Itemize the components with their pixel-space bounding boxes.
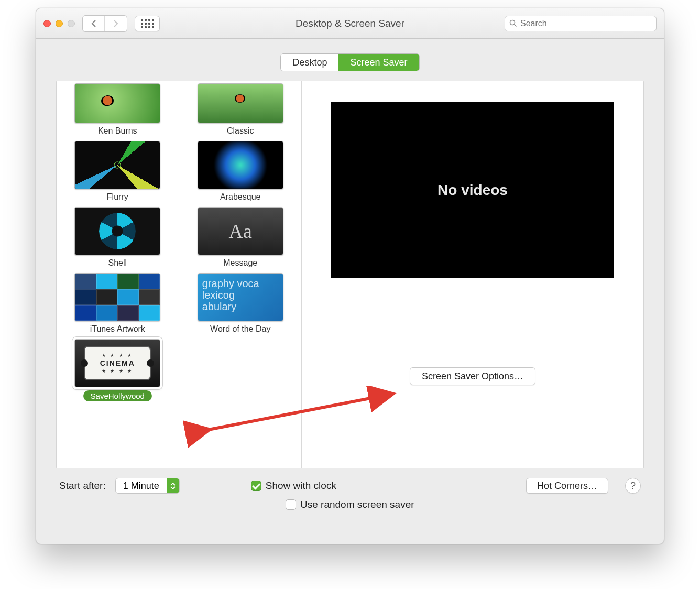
svg-point-0 (510, 20, 515, 25)
tab-desktop[interactable]: Desktop (281, 54, 338, 71)
close-icon[interactable] (43, 20, 51, 27)
screensaver-word-of-the-day[interactable]: graphy voca lexicog abulary Word of the … (187, 273, 294, 334)
screensaver-ken-burns[interactable]: Ken Burns (64, 83, 171, 136)
search-icon (509, 19, 517, 27)
screen-saver-options-button[interactable]: Screen Saver Options… (410, 367, 535, 385)
start-after-dropdown[interactable]: 1 Minute (115, 478, 180, 494)
bottom-controls: Start after: 1 Minute Show with clock Ho… (36, 478, 664, 510)
screensaver-label: iTunes Artwork (90, 324, 145, 334)
thumbnail: Aa (198, 207, 283, 255)
screensaver-label: Classic (227, 126, 254, 136)
screensaver-label: Arabesque (220, 192, 260, 202)
titlebar: Desktop & Screen Saver (36, 8, 664, 39)
start-after-value: 1 Minute (116, 481, 167, 492)
ticket-icon: ★ ★ ★ ★ CINEMA ★ ★ ★ ★ (84, 346, 151, 380)
screensaver-flurry[interactable]: Flurry (64, 141, 171, 202)
thumbnail (198, 141, 283, 189)
hot-corners-button[interactable]: Hot Corners… (526, 478, 608, 494)
checkbox-icon (286, 499, 296, 510)
screensaver-arabesque[interactable]: Arabesque (187, 141, 294, 202)
screensaver-label: SaveHollywood (83, 390, 152, 401)
thumbnail (74, 207, 160, 255)
thumbnail (74, 273, 160, 321)
thumbnail (74, 141, 160, 189)
thumbnail: graphy voca lexicog abulary (198, 273, 283, 321)
screensaver-label: Word of the Day (210, 324, 270, 334)
preview-message: No videos (438, 182, 508, 199)
tab-screen-saver[interactable]: Screen Saver (338, 54, 419, 71)
screensaver-label: Shell (108, 258, 127, 268)
search-input[interactable] (520, 19, 652, 28)
show-all-button[interactable] (135, 16, 160, 31)
help-button[interactable]: ? (625, 478, 641, 494)
screensaver-label: Flurry (107, 192, 128, 202)
forward-button[interactable] (105, 16, 127, 31)
content-panel: Ken Burns Classic Flurry Arabesque (56, 81, 644, 468)
thumbnail: ★ ★ ★ ★ CINEMA ★ ★ ★ ★ (74, 339, 160, 387)
preview-pane: No videos Screen Saver Options… (302, 81, 643, 468)
maximize-icon (68, 20, 75, 27)
screensaver-message[interactable]: Aa Message (187, 207, 294, 268)
stepper-icon (167, 478, 179, 493)
use-random-checkbox[interactable]: Use random screen saver (286, 499, 414, 510)
screensaver-classic[interactable]: Classic (187, 83, 294, 136)
search-field[interactable] (505, 16, 657, 31)
minimize-icon[interactable] (56, 20, 63, 27)
window-controls (43, 20, 75, 27)
show-with-clock-checkbox[interactable]: Show with clock (251, 480, 336, 492)
screensaver-shell[interactable]: Shell (64, 207, 171, 268)
screensaver-label: Ken Burns (98, 126, 137, 136)
screensaver-list[interactable]: Ken Burns Classic Flurry Arabesque (57, 81, 302, 468)
screensaver-label: Message (223, 258, 257, 268)
svg-line-1 (515, 25, 517, 27)
back-button[interactable] (83, 16, 105, 31)
tab-bar: Desktop Screen Saver (36, 39, 664, 71)
screensaver-itunes-artwork[interactable]: iTunes Artwork (64, 273, 171, 334)
screensaver-savehollywood[interactable]: ★ ★ ★ ★ CINEMA ★ ★ ★ ★ SaveHollywood (64, 339, 171, 401)
thumbnail (198, 83, 283, 123)
nav-buttons (82, 15, 127, 32)
preview-area: No videos (331, 102, 614, 278)
start-after-label: Start after: (59, 480, 106, 492)
thumbnail (74, 83, 160, 123)
preferences-window: Desktop & Screen Saver Desktop Screen Sa… (36, 8, 664, 544)
checkbox-icon (251, 481, 261, 491)
grid-icon (141, 19, 154, 28)
